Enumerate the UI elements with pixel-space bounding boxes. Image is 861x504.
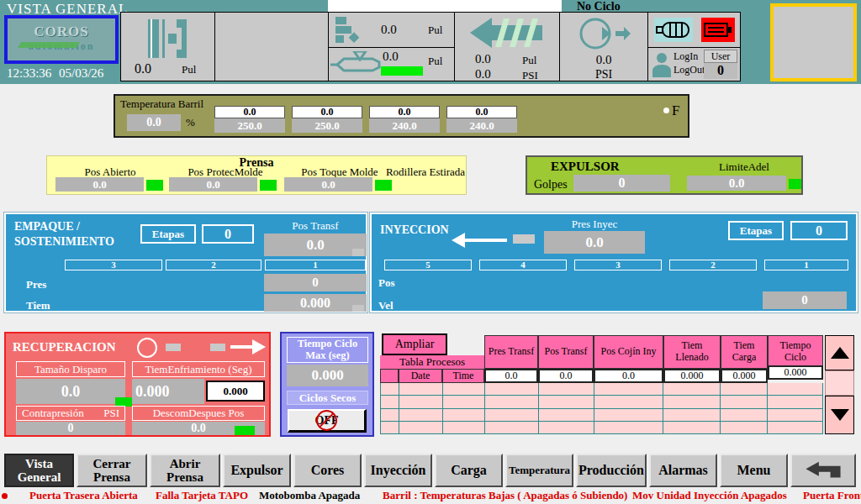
descompresion-indicator [235,426,255,435]
cell-pos-cojin: 0.0 [594,369,663,383]
nav-inyeccion[interactable]: Inyección [364,454,432,487]
empaque-tiem-label: Tiem [26,299,50,312]
cell-tiempo-ciclo: 0.000 [768,365,823,380]
user-value[interactable]: 0 [704,63,737,79]
barrel-zone1-actual[interactable]: 0.0 [214,106,285,118]
recuperacion-circle-icon [137,338,157,358]
recuperacion-section: RECUPERACION Tamaño Disparo TiemEnfriami… [4,332,271,437]
nav-vista-general[interactable]: Vista General [4,454,74,487]
ejector-carriage-panel: 0.0 Pul 0.0 Pul [328,12,455,81]
inyeccion-stage-5[interactable]: 5 [384,260,472,270]
tamano-disparo-value: 0.0 [16,379,125,404]
mold-panel: 0.0 Pul [120,12,215,81]
barrel-zone4-setpoint: 240.0 [446,118,517,133]
empaque-stage-3[interactable]: 3 [65,260,162,270]
hmi-screen: VISTA GENERAL COROS automation 12:33:36 … [0,0,861,504]
nav-back-button[interactable] [790,454,856,487]
inyeccion-stage-4[interactable]: 4 [479,260,567,270]
mold-icon [148,19,188,58]
cell-pres-transf: 0.0 [484,369,538,383]
tabla-procesos-section: Ampliar Tabla Procesos Date Time Pres Tr… [380,332,858,437]
time-header: Time [442,369,484,383]
highlighted-empty-box [770,3,857,81]
nav-cerrar-prensa[interactable]: Cerrar Prensa [77,454,147,487]
pressure-value: 0.0 [560,53,647,67]
nav-produccion[interactable]: Producción [576,454,647,487]
pos-toque-molde-indicator [375,180,392,191]
alarm-status-bar: Puerta Trasera Abierta Falla Tarjeta TAP… [0,488,861,504]
user-label: User [704,50,737,63]
empaque-etapas-button[interactable]: Etapas [140,224,196,244]
nav-cores[interactable]: Cores [293,454,362,487]
pres-inyec-value: 0.0 [544,231,645,254]
nav-abrir-prensa[interactable]: Abrir Prensa [150,454,220,487]
logout-button[interactable]: LogOut [673,64,705,76]
empaque-stage-2[interactable]: 2 [166,260,261,270]
barrel-zone3-setpoint: 240.0 [369,118,440,133]
ejector-row: 0.0 Pul [329,13,454,48]
alarm-mov-unidad: Mov Unidad Inyección Apagados [632,489,787,502]
golpes-value: 0 [573,175,670,192]
enfriamiento-input[interactable] [206,381,265,402]
recuperacion-marker-1 [166,344,181,351]
empaque-pres-label: Pres [26,278,46,291]
up-arrow-icon [831,347,849,359]
table-scrollbar-track[interactable] [825,370,854,396]
golpes-label: Golpes [534,178,568,192]
inyeccion-direction-arrow-icon [452,233,507,248]
limite-adel-value: 0.0 [687,176,786,191]
accumulator-row [648,13,740,48]
nav-carga[interactable]: Carga [435,454,503,487]
col-pres-transf: Pres Transf [484,335,538,369]
barrel-zone3-actual[interactable]: 0.0 [369,106,440,118]
ampliar-button[interactable]: Ampliar [382,333,447,355]
empaque-stage-1[interactable]: 1 [265,260,366,270]
login-row: LogIn LogOut User 0 [648,48,740,81]
carriage-nozzle-icon [330,51,383,73]
pos-transf-value: 0.0 [264,234,367,256]
inyeccion-etapas-value[interactable]: 0 [790,221,848,240]
inyeccion-stage-2[interactable]: 2 [669,260,757,270]
alarm-falla-tarjeta: Falla Tarjeta TAPO [156,489,248,502]
back-arrow-icon [803,458,843,483]
cell-tiem-llenado: 0.000 [663,369,721,383]
pos-protecmolde-indicator [260,180,277,191]
inyeccion-marker [513,234,535,244]
nav-temperatura[interactable]: Temperatura [505,454,573,487]
pos-abierto-indicator [146,180,163,191]
nav-expulsor[interactable]: Expulsor [223,454,291,487]
pos-toque-molde-value: 0.0 [284,177,372,192]
col-pos-cojin: Pos Cojín Iny [594,335,663,369]
empaque-etapas-value[interactable]: 0 [202,224,254,244]
inyeccion-stage-1[interactable]: 1 [764,260,848,270]
login-button[interactable]: LogIn [673,50,698,63]
mold-position-unit: Pul [182,63,196,76]
contrapresion-value: 0 [16,422,125,435]
table-corner-cell [380,369,399,383]
nav-menu[interactable]: Menu [720,454,788,487]
pres-inyec-label: Pres Inyec [544,218,645,231]
col-tiem-carga: Tiem Carga [721,335,768,369]
ejector-value: 0.0 [381,23,397,37]
empaque-tiem-indicator [352,305,364,312]
ciclos-secos-off-button[interactable]: OFF [288,409,367,433]
inyeccion-section: INYECCION Pres Inyec 0.0 Etapas 0 5 4 3 … [370,213,858,312]
inyeccion-etapas-button[interactable]: Etapas [728,221,784,240]
table-scroll-up-button[interactable] [825,335,854,370]
down-arrow-icon [831,409,849,421]
barrel-zone2-actual[interactable]: 0.0 [292,106,362,118]
empty-panel [214,12,329,81]
clock-date: 05/03/26 [59,66,103,81]
tiempo-ciclo-max-label: Tiempo Ciclo Max (seg) [287,337,368,363]
mold-position-value: 0.0 [135,61,151,76]
table-scroll-down-button[interactable] [825,396,854,434]
rodillera-label: Rodillera Estirada [383,165,467,179]
tabla-procesos-title: Tabla Procesos [380,355,484,369]
carriage-row: 0.0 Pul [329,48,454,81]
carriage-indicator [381,66,423,76]
pressure-unit: PSI [560,68,647,81]
inyeccion-stage-3[interactable]: 3 [574,260,662,270]
nav-alarmas[interactable]: Alarmas [649,454,717,487]
pos-transf-indicator [352,249,364,256]
barrel-zone4-actual[interactable]: 0.0 [446,106,517,118]
